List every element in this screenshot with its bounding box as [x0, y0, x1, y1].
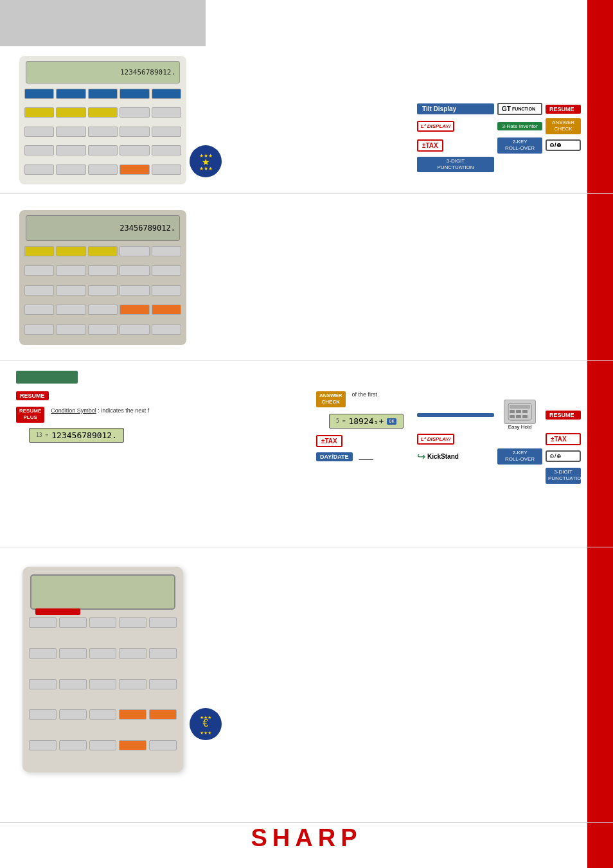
key: [152, 89, 181, 99]
display-box-1: 5 = 18924₅+ OK: [329, 414, 404, 429]
l-display-row1: L² DISPLAY/: [417, 121, 494, 132]
condition-symbol: Condition Symbol: [51, 407, 96, 414]
section1: 123456789012.: [0, 46, 613, 194]
calc2-display-text: 23456789012.: [120, 224, 175, 233]
key: [120, 127, 149, 137]
section3-right: ANSWER CHECK of the first. 5 = 18924₅+ O…: [316, 391, 597, 466]
top-bar: [0, 0, 613, 46]
key: [59, 709, 87, 720]
solar-icon1: ⊙/⊕: [549, 142, 562, 148]
section4-inner: € ★★★ ★★★ L² DISPLAY/ ±TAX ⊙/⊕: [0, 547, 613, 792]
key: [149, 740, 177, 750]
key: [152, 127, 181, 137]
eu-badge1: ★ ★★★ ★★★: [190, 145, 222, 177]
key: [119, 709, 147, 720]
key: [88, 107, 118, 118]
key: [56, 107, 85, 118]
answer-check-desc: of the first.: [352, 391, 379, 398]
tax-desc: [349, 438, 351, 445]
display-value1: 18924₅+: [348, 416, 384, 426]
calc3-solar: [35, 608, 80, 615]
punctuation-badge1: 3-DIGIT PUNCTUATION: [417, 157, 494, 173]
key: [24, 127, 54, 137]
key: [120, 107, 149, 118]
gt-text: GT: [502, 105, 511, 112]
key: [152, 265, 181, 276]
gt-badge: GT FUNCTION: [497, 103, 542, 115]
day-date-label: DAY/DATE: [316, 452, 353, 461]
key: [59, 679, 87, 689]
section1-features: Tilt Display GT FUNCTION RESUME L² DISPL…: [417, 103, 578, 172]
tax-row1: ±TAX: [417, 139, 494, 152]
key: [149, 679, 177, 689]
key: [152, 324, 181, 335]
calc1-image-area: 123456789012.: [0, 46, 206, 193]
key: [89, 679, 117, 689]
solar-badge1: ⊙/⊕: [546, 139, 581, 151]
key: [89, 648, 117, 659]
key: [120, 246, 149, 256]
key: [152, 107, 181, 118]
display-example-2: 13 = 123456789012.: [29, 428, 297, 443]
key: [119, 648, 147, 659]
top-bar-mid: [206, 0, 587, 46]
key: [88, 246, 118, 256]
calc3-display: [30, 574, 175, 610]
calc3-image-area: € ★★★ ★★★: [0, 557, 206, 782]
calc3-keys: [22, 614, 183, 772]
eu-circle4: € ★★★ ★★★: [190, 708, 222, 740]
key: [120, 285, 149, 296]
key-equals: [120, 164, 149, 175]
key: [24, 265, 54, 276]
key: [56, 246, 85, 256]
calculator2-image: 23456789012.: [19, 210, 186, 345]
display-digits1: 5 =: [336, 418, 345, 425]
calc2-display: 23456789012.: [26, 215, 180, 241]
key: [89, 709, 117, 720]
key: [59, 740, 87, 750]
key: [29, 709, 57, 720]
eu-badge4: € ★★★ ★★★: [190, 708, 222, 740]
key: [29, 679, 57, 689]
key: [120, 145, 149, 155]
answer-check-label: ANSWER CHECK: [316, 391, 346, 407]
key: [88, 285, 118, 296]
key: [24, 145, 54, 155]
key: [119, 617, 147, 628]
tax-badge1: ±TAX: [417, 139, 443, 152]
key: [152, 285, 181, 296]
tilt-display-badge: Tilt Display: [417, 103, 494, 114]
section3-left: RESUME RESUME PLUS Condition Symbol : in…: [16, 391, 297, 466]
tax-row: ±TAX: [316, 435, 597, 447]
roll-over-badge1: 2-KEY ROLL-OVER: [497, 137, 542, 154]
section2-inner: 23456789012.: [0, 194, 613, 360]
key: [88, 265, 118, 276]
svg-text:★★★: ★★★: [199, 166, 213, 172]
top-bar-right: [587, 0, 613, 46]
gt-sub: FUNCTION: [512, 107, 535, 111]
footer-area: [0, 823, 587, 868]
key: [24, 324, 54, 335]
key: [24, 285, 54, 296]
l-display-badge1: L² DISPLAY/: [417, 121, 454, 132]
condition-desc: indicates the next f: [101, 407, 149, 414]
key: [149, 648, 177, 659]
key: [88, 127, 118, 137]
key: [24, 89, 54, 99]
key: [56, 285, 85, 296]
display-prefix: 13 =: [36, 432, 48, 439]
section4: € ★★★ ★★★ L² DISPLAY/ ±TAX ⊙/⊕: [0, 547, 613, 817]
ok-label: OK: [387, 418, 396, 425]
key: [120, 305, 149, 315]
display-value2: 123456789012.: [51, 430, 117, 440]
key: [59, 617, 87, 628]
key: [152, 246, 181, 256]
key: [88, 89, 118, 99]
key: [119, 679, 147, 689]
resume-badge1: RESUME: [546, 105, 581, 114]
key-equals3: [119, 740, 147, 750]
section3-inner: RESUME RESUME PLUS Condition Symbol : in…: [0, 361, 613, 473]
calculator1-image: 123456789012.: [19, 56, 186, 184]
key: [88, 305, 118, 315]
resume-label: RESUME: [16, 391, 49, 400]
